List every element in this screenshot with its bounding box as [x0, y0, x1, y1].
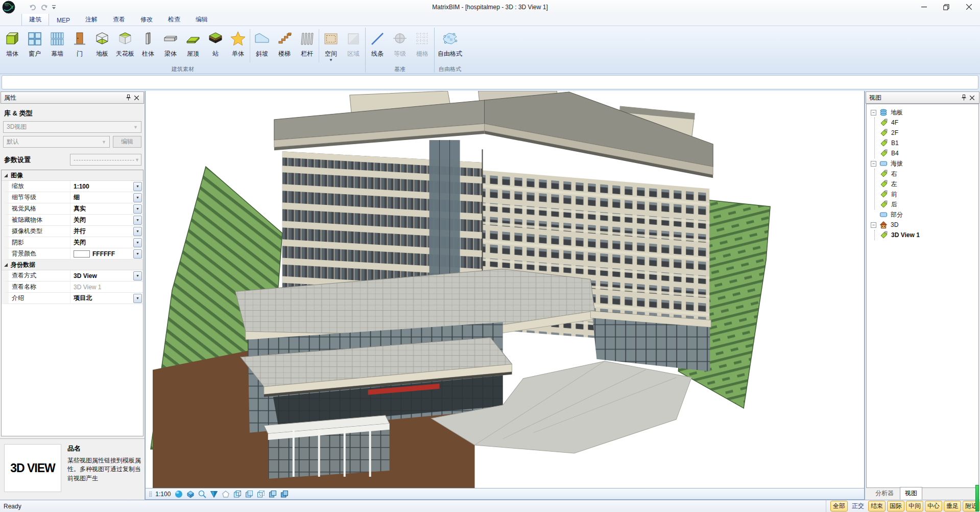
- cube-wire-1-icon[interactable]: [233, 490, 242, 499]
- home-view-icon[interactable]: [221, 490, 230, 499]
- ribbon-item-单体[interactable]: 单体: [227, 27, 249, 58]
- snap-button-国际[interactable]: 国际: [887, 501, 904, 511]
- panel-tab-分析器[interactable]: 分析器: [870, 487, 899, 500]
- tree-leaf-3D View 1[interactable]: 3D View 1: [875, 230, 977, 240]
- tree-node-3D[interactable]: −3D: [870, 220, 977, 230]
- model-box-icon[interactable]: [186, 490, 195, 499]
- tree-leaf-B4[interactable]: B4: [875, 148, 977, 158]
- cube-wire-2-icon[interactable]: [245, 490, 254, 499]
- ribbon-item-柱体[interactable]: 柱体: [137, 27, 159, 58]
- dropdown-button[interactable]: ▼: [133, 216, 142, 225]
- minimize-button[interactable]: [913, 0, 935, 14]
- snap-button-结束[interactable]: 结束: [868, 501, 886, 511]
- cube-wire-3-icon[interactable]: [256, 490, 266, 499]
- ribbon-item-幕墙[interactable]: 幕墙: [46, 27, 68, 58]
- command-input[interactable]: [2, 75, 978, 89]
- ribbon-item-墙体[interactable]: 墙体: [1, 27, 23, 58]
- dropdown-button[interactable]: ▼: [133, 204, 142, 214]
- ribbon-item-楼梯[interactable]: 楼梯: [273, 27, 296, 58]
- property-value-cell[interactable]: 并行▼: [70, 226, 143, 237]
- viewport-canvas[interactable]: [146, 91, 864, 488]
- tree-leaf-后[interactable]: 后: [875, 199, 977, 210]
- close-button[interactable]: [958, 0, 980, 14]
- tree-leaf-左[interactable]: 左: [875, 179, 977, 189]
- ribbon-tab-修改[interactable]: 修改: [133, 13, 160, 26]
- snap-button-正交[interactable]: 正交: [849, 501, 867, 511]
- property-value-cell[interactable]: FFFFFF▼: [70, 248, 143, 259]
- view-scale[interactable]: 1:100: [155, 491, 171, 498]
- ribbon-item-站[interactable]: 站: [204, 27, 227, 58]
- render-sphere-icon[interactable]: [174, 490, 183, 499]
- ribbon-item-天花板[interactable]: 天花板: [113, 27, 137, 58]
- snap-button-垂足[interactable]: 垂足: [944, 501, 961, 511]
- property-value-cell[interactable]: 1:100▼: [70, 181, 143, 192]
- property-value-cell[interactable]: 细▼: [70, 192, 143, 203]
- scrollbar-thumb[interactable]: [975, 485, 979, 511]
- view-instance-dropdown[interactable]: 默认▼: [3, 136, 110, 148]
- tree-leaf-前[interactable]: 前: [875, 189, 977, 199]
- ribbon-item-门[interactable]: 门: [68, 27, 91, 58]
- zoom-icon[interactable]: [198, 490, 207, 499]
- dropdown-button[interactable]: ▼: [133, 249, 142, 259]
- view-type-dropdown[interactable]: 3D视图▼: [3, 121, 141, 133]
- dropdown-button[interactable]: ▼: [133, 294, 142, 303]
- ribbon-item-地板[interactable]: 地板: [91, 27, 113, 58]
- tree-leaf-B1[interactable]: B1: [875, 138, 977, 148]
- ribbon-item-栏杆[interactable]: 栏杆: [296, 27, 318, 58]
- ribbon-tab-编辑[interactable]: 编辑: [188, 13, 216, 26]
- tree-node-海拔[interactable]: −海拔: [870, 158, 977, 169]
- ribbon-item-屋顶[interactable]: 屋顶: [182, 27, 204, 58]
- params-dropdown[interactable]: ------------------------▼: [70, 154, 141, 166]
- ribbon-item-自由格式[interactable]: 自由格式: [435, 27, 465, 58]
- tree-expander[interactable]: −: [871, 110, 876, 115]
- property-value-cell[interactable]: 3D View▼: [70, 270, 143, 281]
- tree-node-部分[interactable]: 部分: [870, 210, 977, 220]
- tree-expander[interactable]: −: [871, 161, 876, 167]
- color-swatch[interactable]: [74, 250, 90, 258]
- property-section-身份数据[interactable]: 身份数据: [2, 260, 143, 270]
- ribbon-item-窗户[interactable]: 窗户: [23, 27, 46, 58]
- ribbon-tab-注解[interactable]: 注解: [78, 13, 105, 26]
- ribbon-tab-检查[interactable]: 检查: [160, 13, 188, 26]
- close-panel-icon[interactable]: [132, 96, 140, 100]
- dropdown-button[interactable]: ▼: [133, 238, 142, 247]
- undo-icon[interactable]: [29, 4, 37, 10]
- ribbon-item-梁体[interactable]: 梁体: [159, 27, 182, 58]
- dropdown-button[interactable]: ▼: [133, 271, 142, 281]
- view-pyramid-icon[interactable]: [209, 490, 219, 499]
- ribbon-tab-查看[interactable]: 查看: [105, 13, 133, 26]
- ribbon-tab-建筑[interactable]: 建筑: [21, 13, 49, 26]
- ribbon-tab-MEP[interactable]: MEP: [49, 15, 78, 26]
- ribbon-item-斜坡[interactable]: 斜坡: [251, 27, 273, 58]
- dropdown-button[interactable]: ▼: [133, 227, 142, 236]
- cube-wire-5-icon[interactable]: [280, 490, 289, 499]
- redo-icon[interactable]: [40, 4, 48, 10]
- property-section-图像[interactable]: 图像: [2, 170, 143, 181]
- tree-leaf-4F[interactable]: 4F: [875, 118, 977, 128]
- ribbon-item-空间[interactable]: 空间▼: [320, 27, 342, 62]
- edit-type-button[interactable]: 编辑: [113, 136, 141, 148]
- close-panel-icon[interactable]: [968, 96, 976, 100]
- snap-button-中间[interactable]: 中间: [906, 501, 923, 511]
- cube-wire-4-icon[interactable]: [268, 490, 277, 499]
- pin-icon[interactable]: [124, 95, 132, 101]
- property-value-cell[interactable]: 关闭▼: [70, 215, 143, 225]
- dropdown-button[interactable]: ▼: [133, 193, 142, 202]
- panel-tab-视图[interactable]: 视图: [900, 487, 922, 500]
- pin-icon[interactable]: [960, 95, 968, 101]
- customize-dropdown-icon[interactable]: [52, 5, 56, 10]
- snap-button-全部[interactable]: 全部: [830, 501, 848, 511]
- restore-button[interactable]: [935, 0, 958, 14]
- tree-expander[interactable]: −: [871, 222, 876, 228]
- chevron-down-icon[interactable]: ▼: [329, 59, 333, 62]
- snap-button-中心[interactable]: 中心: [925, 501, 942, 511]
- tree-leaf-2F[interactable]: 2F: [875, 128, 977, 138]
- ribbon-item-线条[interactable]: 线条: [366, 27, 389, 58]
- toolbar-grip[interactable]: ⣿: [149, 492, 152, 497]
- app-logo-icon[interactable]: [2, 1, 16, 14]
- tree-node-地板[interactable]: −地板: [870, 107, 977, 118]
- property-value-cell[interactable]: 真实▼: [70, 203, 143, 214]
- tree-leaf-右[interactable]: 右: [875, 169, 977, 179]
- dropdown-button[interactable]: ▼: [133, 182, 142, 191]
- property-value-cell[interactable]: 关闭▼: [70, 237, 143, 248]
